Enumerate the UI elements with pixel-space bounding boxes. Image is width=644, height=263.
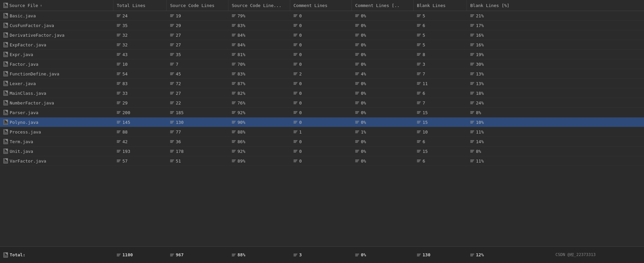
stack-icon	[355, 14, 359, 17]
cell-comment: 0	[290, 21, 352, 30]
col-header-commentp[interactable]: Comment Lines [..	[352, 0, 414, 11]
table-row[interactable]: VarFactor.java575189%00%611%	[0, 156, 644, 166]
stack-icon	[117, 160, 121, 162]
cell-comment: 0	[290, 11, 352, 20]
cell-comment-value: 0	[299, 149, 302, 154]
col-header-scl[interactable]: Source Code Lines	[167, 0, 228, 11]
table-row[interactable]: Factor.java10770%00%330%	[0, 59, 644, 69]
cell-scl: 36	[167, 137, 228, 146]
cell-comment: 0	[290, 118, 352, 127]
stack-icon	[417, 43, 421, 46]
file-icon	[3, 149, 8, 154]
col-header-total[interactable]: Total Lines	[113, 0, 167, 11]
table-row[interactable]: Expr.java433581%00%819%	[0, 50, 644, 59]
metrics-table: Source File ↑ Total Lines Source Code Li…	[0, 0, 644, 263]
cell-source: Term.java	[0, 137, 113, 146]
stack-icon	[117, 101, 121, 104]
cell-blank: 5	[414, 31, 467, 40]
stack-icon	[470, 43, 474, 46]
cell-commentp: 0%	[352, 157, 414, 166]
table-row[interactable]: Basic.java241979%00%521%	[0, 11, 644, 21]
cell-comment-value: 0	[299, 159, 302, 164]
stack-icon	[117, 121, 121, 123]
table-row[interactable]: Unit.java19317892%00%158%	[0, 147, 644, 156]
cell-sclp: 90%	[228, 118, 290, 127]
cell-blank-value: 5	[423, 42, 425, 47]
cell-scl-value: 27	[176, 91, 181, 96]
table-row[interactable]: MainClass.java332782%00%618%	[0, 88, 644, 98]
cell-scl: 51	[167, 157, 228, 166]
cell-scl: 7	[167, 60, 228, 69]
table-row[interactable]: Polyno.java14513090%00%1510%	[0, 117, 644, 127]
cell-blank: 6	[414, 21, 467, 30]
cell-total-value: 88	[122, 129, 128, 135]
cell-blank: 15	[414, 118, 467, 127]
cell-scl-value: 178	[176, 149, 183, 154]
cell-sclp: 70%	[228, 60, 290, 69]
stack-icon	[417, 24, 421, 27]
cell-total-value: 193	[122, 149, 130, 154]
col-header-blankp[interactable]: Blank Lines [%]	[467, 0, 644, 11]
table-row[interactable]: DerivativeFactor.java322784%00%516%	[0, 30, 644, 40]
stack-icon	[170, 101, 174, 104]
cell-scl: 185	[167, 108, 228, 117]
table-row[interactable]: FunctionDefine.java544583%24%713%	[0, 69, 644, 79]
table-row[interactable]: NumberFactor.java292276%00%724%	[0, 98, 644, 108]
table-row[interactable]: Term.java423686%00%614%	[0, 137, 644, 147]
stack-icon	[232, 140, 236, 143]
table-row[interactable]: Parser.java20018592%00%158%	[0, 108, 644, 117]
cell-blankp-value: 24%	[476, 100, 484, 105]
col-header-source[interactable]: Source File ↑	[0, 0, 113, 11]
stack-icon	[170, 34, 174, 36]
cell-source: VarFactor.java	[0, 156, 113, 166]
cell-blank: 15	[414, 147, 467, 156]
footer-comment-cell: 3	[290, 247, 352, 263]
table-row[interactable]: ExpFactor.java322784%00%516%	[0, 40, 644, 50]
col-header-blank[interactable]: Blank Lines	[414, 0, 467, 11]
cell-blank: 7	[414, 98, 467, 107]
stack-icon	[470, 101, 474, 104]
col-header-comment[interactable]: Comment Lines	[290, 0, 352, 11]
cell-scl-value: 185	[176, 110, 183, 115]
cell-sclp-value: 83%	[237, 71, 245, 76]
footer-commentp: 0%	[361, 252, 366, 257]
file-icon	[3, 110, 8, 115]
cell-scl: 27	[167, 31, 228, 40]
cell-commentp-value: 0%	[361, 52, 366, 57]
file-icon	[3, 158, 8, 164]
stack-icon	[355, 63, 359, 65]
cell-blankp: 17%	[467, 21, 644, 30]
col-header-sclp[interactable]: Source Code Line...	[228, 0, 290, 11]
cell-filename: Expr.java	[10, 52, 33, 57]
cell-total: 35	[113, 21, 167, 30]
stack-icon	[170, 121, 174, 123]
cell-commentp-value: 0%	[361, 91, 366, 96]
cell-blankp: 16%	[467, 31, 644, 40]
stack-icon	[170, 24, 174, 27]
table-row[interactable]: CusFunFactor.java352983%00%617%	[0, 21, 644, 30]
cell-source: Factor.java	[0, 59, 113, 69]
cell-filename: Unit.java	[10, 149, 33, 154]
stack-icon	[470, 92, 474, 94]
cell-sclp: 92%	[228, 147, 290, 156]
cell-commentp-value: 0%	[361, 139, 366, 144]
cell-comment-value: 0	[299, 42, 302, 47]
file-icon	[3, 71, 8, 76]
cell-blankp-value: 30%	[476, 62, 484, 67]
cell-blankp: 10%	[467, 118, 644, 127]
cell-sclp: 86%	[228, 137, 290, 146]
table-footer: Total: 1100 967 88% 3	[0, 246, 644, 263]
cell-source: FunctionDefine.java	[0, 69, 113, 78]
cell-commentp: 0%	[352, 98, 414, 107]
cell-total: 24	[113, 11, 167, 20]
table-row[interactable]: Process.java887788%11%1011%	[0, 127, 644, 137]
footer-sclp: 88%	[237, 252, 245, 257]
cell-blankp: 19%	[467, 50, 644, 59]
cell-scl: 35	[167, 50, 228, 59]
cell-total-value: 43	[122, 52, 128, 57]
cell-total-value: 200	[122, 110, 130, 115]
table-row[interactable]: Lexer.java837287%00%1113%	[0, 79, 644, 88]
cell-blank-value: 7	[423, 71, 425, 76]
cell-filename: VarFactor.java	[10, 159, 46, 164]
cell-scl-value: 19	[176, 13, 181, 18]
